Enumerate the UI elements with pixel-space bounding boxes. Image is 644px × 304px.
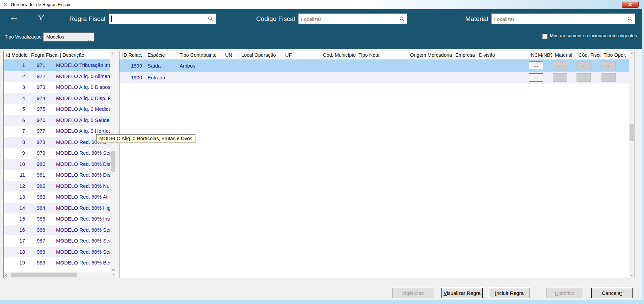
cell [453,60,476,72]
table-row[interactable]: 8978MODELO Red. 60% S [4,137,110,148]
vigentes-checkbox[interactable] [542,34,547,39]
column-header: ID Relac. [119,51,145,59]
table-row[interactable]: 13983MODELO Red. 60% Alimen [4,192,110,203]
cell-regra-fiscal: 980 [28,159,47,170]
back-icon[interactable]: ← [9,11,19,23]
cell-regra-fiscal: 978 [28,137,47,148]
text-caret [111,16,112,22]
ncm-nbs-button[interactable]: ... [529,61,543,70]
cell [283,60,320,72]
table-row[interactable]: 17987MODELO Red. 60% Serv. [4,235,110,247]
incluir-regra-button[interactable]: Incluir Regra [489,288,530,298]
cell [222,60,239,72]
chevron-down-icon [88,35,90,44]
vertical-scrollbar[interactable] [110,51,116,272]
vertical-scrollbar[interactable] [629,51,635,278]
table-row[interactable]: 9979MODELO Red. 60% Serviç [4,148,110,159]
cell: 1899 [119,60,145,72]
cell [320,60,356,72]
table-row[interactable]: 3973MODELO Alíq. 0 Dispositivo [4,82,110,93]
table-row[interactable]: 18988MODELO Red. 60% Serviç [4,247,110,258]
scroll-down-icon[interactable] [629,272,635,278]
table-row[interactable]: 6976MODELO Alíq. 0 Saúde Fer [4,115,110,126]
cell-descricao: MODELO Red. 60% Insum [47,213,110,225]
table-row[interactable]: 12982MODELO Red. 60% Nutriçã [4,181,110,192]
close-button[interactable] [622,1,639,8]
scroll-right-icon[interactable] [110,272,116,278]
cell-id-modelo: 13 [4,192,28,203]
cell-descricao: MODELO Red. 60% Nutriçã [47,181,110,192]
cell-descricao: MODELO Red. 60% Dispos [47,159,110,170]
scroll-down-icon[interactable] [110,266,116,272]
cell [476,60,528,72]
codigo-fiscal-label: Código Fiscal [242,14,295,24]
table-row[interactable]: 5975MODELO Alíq. 0 Medicamer [4,104,110,115]
scrollbar-thumb[interactable] [11,273,77,277]
scrollbar-thumb[interactable] [629,124,634,141]
filter-icon[interactable] [37,14,45,23]
cell-regra-fiscal: 984 [28,203,47,214]
regra-fiscal-input[interactable] [109,14,216,24]
left-table-rows: 1971MODELO Tributação Integr2972MODELO A… [4,60,110,269]
tipo-visualizacao-label: Tipo Visualização [5,32,42,42]
cancelar-button[interactable]: Cancelar [591,288,633,298]
column-header: UF [283,51,320,59]
cell-regra-fiscal: 986 [28,225,47,236]
material-input[interactable] [491,14,635,24]
codigo-fiscal-input[interactable] [298,14,407,24]
table-row[interactable]: 7977MODELO Alíq. 0 Hortícolas [4,126,110,137]
left-table-header: Id Modelo Regra Fiscal | Descrição [4,51,116,60]
cell-descricao: MODELO Red. 60% Serviç [47,148,110,159]
scrollbar-thumb[interactable] [111,151,115,172]
column-header: UN [222,51,239,59]
cell-regra-fiscal: 973 [28,82,47,93]
cell-id-modelo: 11 [4,170,28,181]
column-header: Espécie [145,51,177,59]
cell-descricao: MODELO Red. 60% Disp. A [47,170,110,181]
cell: ... [528,72,552,83]
table-row[interactable]: 4974MODELO Alíq. 0 Disp. Pess [4,93,110,104]
cell [476,72,528,83]
material-button: ... [553,61,567,70]
cell: 1900 [119,72,145,83]
toolbar: ← Regra Fiscal Código Fiscal Material Ti… [0,9,644,49]
cell-descricao: MODELO Alíq. 0 Dispositivo [47,82,110,93]
cell [407,60,453,72]
historico-button: Histórico [546,288,583,298]
vigentes-checkbox-label: Mostrar somente relacionamentos vigentes [550,33,637,38]
scroll-up-icon[interactable] [110,51,116,57]
scroll-up-icon[interactable] [629,51,635,57]
tipo-visualizacao-select[interactable]: Modelos [43,32,95,42]
table-row[interactable]: 2972MODELO Alíq. 0 Alimentaçã [4,71,110,82]
cell-regra-fiscal: 979 [28,148,47,159]
column-header: Cód. Município [320,51,356,59]
tipo-visualizacao-value: Modelos [46,34,64,40]
table-row[interactable]: 15985MODELO Red. 60% Insum [4,213,110,225]
cell-id-modelo: 6 [4,115,28,126]
cell-regra-fiscal: 989 [28,257,47,269]
table-row[interactable]: 19989MODELO Red. 60% Bens S [4,257,110,269]
vigencias-button: Vigências [392,288,433,298]
cell-descricao: MODELO Tributação Integr [47,60,110,71]
visualizar-regra-button[interactable]: Visualizar Regra [441,288,483,298]
ncm-nbs-button[interactable]: ... [529,73,543,82]
cell-descricao: MODELO Red. 60% Serv. [47,235,110,247]
cell-regra-fiscal: 982 [28,181,47,192]
table-row[interactable]: 1971MODELO Tributação Integr [4,60,110,71]
table-row[interactable]: 11981MODELO Red. 60% Disp. A [4,170,110,181]
cell [356,72,407,83]
table-row[interactable]: 14984MODELO Red. 60% Higien [4,203,110,214]
cell [177,72,222,83]
cell-id-modelo: 5 [4,104,28,115]
table-row[interactable]: 16986MODELO Red. 60% Serv. [4,225,110,236]
table-row[interactable]: 1899SaídaAmbos............ [119,60,629,72]
table-row[interactable]: 1900Entrada............ [119,72,629,83]
cell-regra-fiscal: 972 [28,71,47,82]
table-row[interactable]: 10980MODELO Red. 60% Dispos [4,159,110,170]
scroll-left-icon[interactable] [4,272,9,278]
horizontal-scrollbar[interactable] [4,272,116,278]
column-header: Material [552,51,576,59]
tipo-oper-button: ... [601,73,616,82]
cell-regra-fiscal: 971 [28,60,47,71]
cell-id-modelo: 1 [4,60,28,71]
